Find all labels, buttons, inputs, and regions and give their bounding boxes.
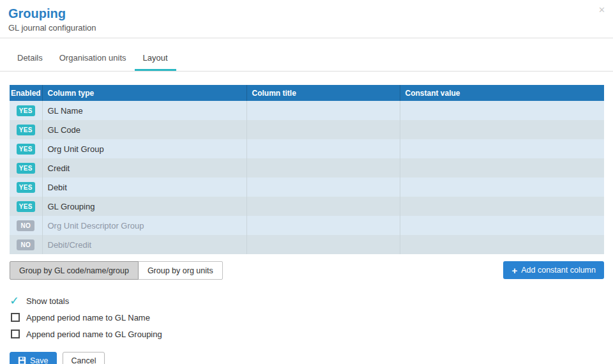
add-constant-column-label: Add constant column: [521, 266, 596, 275]
enabled-cell: YES: [10, 120, 42, 139]
toggle-group-by-org-units[interactable]: Group by org units: [138, 261, 223, 280]
table-header-row: EnabledColumn typeColumn titleConstant v…: [10, 85, 604, 101]
column-title-cell: [246, 235, 400, 254]
column-type-cell: Debit/Credit: [42, 235, 246, 254]
add-constant-column-button[interactable]: + Add constant column: [503, 261, 604, 279]
column-type-cell: GL Name: [42, 101, 246, 120]
constant-value-cell: [400, 158, 604, 178]
constant-value-cell: [400, 216, 604, 235]
constant-value-cell: [400, 139, 604, 158]
layout-columns-table: EnabledColumn typeColumn titleConstant v…: [10, 85, 604, 254]
table-row: YESGL Code: [10, 120, 604, 139]
enabled-toggle-badge[interactable]: YES: [17, 144, 35, 155]
empty-checkbox-icon: [11, 330, 20, 338]
column-header-enabled: Enabled: [10, 85, 42, 101]
enabled-cell: YES: [10, 178, 42, 197]
column-title-cell: [246, 216, 400, 235]
enabled-toggle-badge[interactable]: YES: [17, 182, 35, 193]
modal-subtitle: GL journal configuration: [8, 23, 603, 38]
column-title-cell: [246, 139, 400, 158]
enabled-toggle-badge[interactable]: YES: [17, 163, 35, 174]
column-title-cell: [246, 101, 400, 120]
modal-content: EnabledColumn typeColumn titleConstant v…: [0, 85, 613, 364]
checkbox-append-period-name-to-gl-grouping[interactable]: Append period name to GL Grouping: [10, 326, 604, 342]
enabled-cell: YES: [10, 197, 42, 216]
tab-details[interactable]: Details: [9, 47, 51, 71]
column-type-cell: GL Grouping: [42, 197, 246, 216]
checkbox-label: Append period name to GL Grouping: [26, 330, 162, 339]
table-row: NODebit/Credit: [10, 235, 604, 254]
enabled-toggle-badge[interactable]: YES: [17, 125, 35, 135]
cancel-button[interactable]: Cancel: [63, 352, 105, 364]
modal-header: Grouping GL journal configuration ✕: [0, 0, 613, 38]
checkbox-label: Append period name to GL Name: [26, 313, 150, 322]
empty-checkbox-icon: [11, 313, 20, 322]
constant-value-cell: [400, 235, 604, 254]
checkbox-show-totals[interactable]: ✓Show totals: [10, 292, 604, 309]
column-title-cell: [246, 178, 400, 197]
page-title: Grouping: [8, 5, 603, 22]
enabled-cell: NO: [10, 235, 42, 254]
toggle-group-by-gl-code-name-group[interactable]: Group by GL code/name/group: [10, 261, 139, 280]
column-type-cell: Org Unit Descriptor Group: [42, 216, 246, 235]
tab-bar: DetailsOrganisation unitsLayout: [0, 47, 613, 72]
enabled-cell: YES: [10, 101, 42, 120]
checkbox-label: Show totals: [26, 296, 69, 306]
save-button-label: Save: [30, 356, 49, 364]
column-type-cell: Org Unit Group: [42, 139, 246, 158]
constant-value-cell: [400, 101, 604, 120]
header-divider: [0, 38, 613, 38]
enabled-cell: YES: [10, 139, 42, 158]
enabled-toggle-badge[interactable]: YES: [17, 105, 35, 116]
options-checkbox-section: ✓Show totalsAppend period name to GL Nam…: [10, 292, 604, 342]
save-icon: [18, 356, 26, 364]
enabled-toggle-badge[interactable]: NO: [17, 239, 34, 250]
column-type-cell: Debit: [42, 178, 246, 197]
constant-value-cell: [400, 178, 604, 197]
table-row: YESCredit: [10, 158, 604, 178]
checkbox-append-period-name-to-gl-name[interactable]: Append period name to GL Name: [10, 309, 604, 326]
constant-value-cell: [400, 197, 604, 216]
column-header-column-type: Column type: [42, 85, 246, 101]
enabled-cell: YES: [10, 158, 42, 178]
table-row: NOOrg Unit Descriptor Group: [10, 216, 604, 235]
checkmark-icon: ✓: [10, 296, 21, 305]
plus-icon: +: [511, 266, 517, 275]
constant-value-cell: [400, 120, 604, 139]
column-title-cell: [246, 120, 400, 139]
column-header-column-title: Column title: [246, 85, 400, 101]
tab-organisation-units[interactable]: Organisation units: [51, 47, 135, 71]
table-row: YESOrg Unit Group: [10, 139, 604, 158]
column-type-cell: Credit: [42, 158, 246, 178]
close-icon[interactable]: ✕: [598, 5, 605, 15]
footer-actions: Save Cancel: [10, 352, 604, 364]
grouping-modal: Grouping GL journal configuration ✕ Deta…: [0, 0, 613, 364]
table-row: YESGL Name: [10, 101, 604, 120]
column-title-cell: [246, 197, 400, 216]
save-button[interactable]: Save: [10, 352, 57, 364]
group-by-toggle: Group by GL code/name/groupGroup by org …: [10, 261, 223, 280]
column-type-cell: GL Code: [42, 120, 246, 139]
enabled-toggle-badge[interactable]: YES: [17, 201, 35, 212]
enabled-toggle-badge[interactable]: NO: [17, 220, 34, 231]
tab-layout[interactable]: Layout: [135, 47, 176, 71]
column-title-cell: [246, 158, 400, 178]
column-header-constant-value: Constant value: [400, 85, 604, 101]
table-row: YESDebit: [10, 178, 604, 197]
table-row: YESGL Grouping: [10, 197, 604, 216]
controls-row: Group by GL code/name/groupGroup by org …: [10, 261, 604, 280]
enabled-cell: NO: [10, 216, 42, 235]
